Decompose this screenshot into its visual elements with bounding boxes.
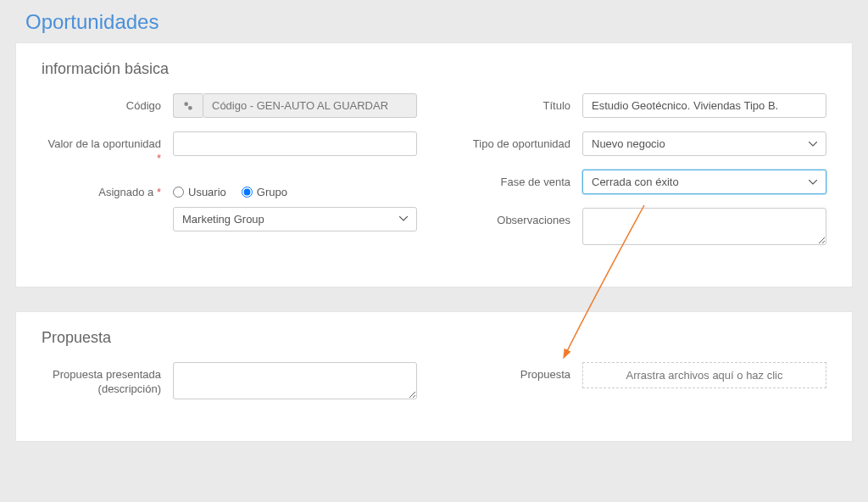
label-propuesta-desc: Propuesta presentada (descripción) <box>42 362 173 397</box>
fase-select[interactable]: Cerrada con éxito <box>582 170 826 194</box>
panel-basic-info: información básica Código <box>15 42 853 287</box>
radio-grupo[interactable]: Grupo <box>242 186 287 198</box>
section-title-propuesta: Propuesta <box>42 329 826 347</box>
cogs-icon <box>173 93 203 118</box>
propuesta-dropzone[interactable]: Arrastra archivos aquí o haz clic <box>582 362 826 388</box>
label-observaciones: Observaciones <box>451 208 582 228</box>
valor-input[interactable] <box>173 131 417 156</box>
label-titulo: Título <box>451 93 582 114</box>
page-title: Oportunidades <box>0 0 868 42</box>
svg-point-0 <box>184 102 188 106</box>
svg-point-1 <box>188 106 192 110</box>
label-asignado: Asignado a * <box>42 180 173 200</box>
label-fase: Fase de venta <box>451 170 582 190</box>
label-codigo: Código <box>42 93 173 114</box>
label-valor: Valor de la oportunidad * <box>42 131 173 166</box>
radio-usuario[interactable]: Usuario <box>173 186 226 198</box>
tipo-select[interactable]: Nuevo negocio <box>582 131 826 156</box>
label-tipo: Tipo de oportunidad <box>451 131 582 152</box>
label-propuesta-file: Propuesta <box>451 362 582 382</box>
titulo-input[interactable] <box>582 93 826 118</box>
codigo-input <box>203 93 417 118</box>
panel-propuesta: Propuesta Propuesta presentada (descripc… <box>15 311 853 442</box>
propuesta-desc-textarea[interactable] <box>173 362 417 399</box>
section-title-basic: información básica <box>42 60 826 78</box>
observaciones-textarea[interactable] <box>582 208 826 245</box>
grupo-select[interactable]: Marketing Group <box>173 207 417 231</box>
